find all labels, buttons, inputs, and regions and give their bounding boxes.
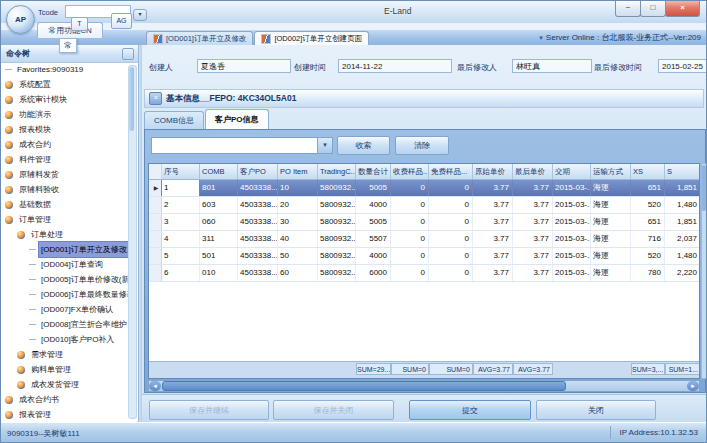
table-cell: 5800932... bbox=[318, 231, 356, 247]
column-header[interactable]: 最后单价 bbox=[513, 164, 553, 179]
close-button[interactable]: × bbox=[665, 1, 700, 17]
table-row[interactable]: ▶18014503338...105800932...5005003.773.7… bbox=[149, 180, 699, 197]
column-header[interactable]: 序号 bbox=[162, 164, 200, 179]
tree-item[interactable]: [OD008]宜兰折合率维护 bbox=[1, 317, 138, 332]
window-controls: − □ × bbox=[616, 1, 700, 17]
t-button[interactable]: T bbox=[71, 17, 88, 31]
quick-access-dropdown-icon[interactable]: ▾ bbox=[133, 9, 147, 21]
row-selector[interactable] bbox=[149, 214, 162, 230]
ag-button[interactable]: AG bbox=[111, 13, 132, 29]
column-header[interactable]: 免费样品... bbox=[429, 164, 473, 179]
creator-field[interactable] bbox=[197, 59, 291, 73]
tree-item[interactable]: 系统审计模块 bbox=[1, 92, 138, 107]
table-cell: 060 bbox=[200, 214, 238, 230]
grid-horizontal-scrollbar[interactable]: ◄ ► bbox=[148, 380, 700, 392]
summary-cell: SUM=0 bbox=[429, 363, 473, 375]
footer-button[interactable]: 保存并关闭 bbox=[273, 400, 394, 420]
row-selector[interactable] bbox=[149, 231, 162, 247]
doc-tab[interactable]: [OD002]订单开立创建页面 bbox=[254, 31, 369, 45]
tree-item[interactable]: [OD007]FX单价确认 bbox=[1, 302, 138, 317]
table-cell: 0 bbox=[391, 197, 429, 213]
tree-node-icon bbox=[5, 96, 13, 104]
clear-button[interactable]: 清除 bbox=[395, 136, 449, 155]
row-selector[interactable] bbox=[149, 197, 162, 213]
table-row[interactable]: 30604503338...305800932...5005003.773.77… bbox=[149, 214, 699, 231]
footer-button[interactable]: 关闭 bbox=[536, 400, 656, 420]
collapse-group-icon[interactable]: ≡ bbox=[149, 92, 162, 105]
tree-item[interactable]: 需求管理 bbox=[1, 347, 138, 362]
filter-combobox[interactable]: ▼ bbox=[151, 137, 333, 154]
tree-item[interactable]: 报表管理 bbox=[1, 407, 138, 422]
tree-item[interactable]: 原辅料验收 bbox=[1, 182, 138, 197]
combo-dropdown-icon[interactable]: ▼ bbox=[317, 138, 332, 153]
tree-item[interactable]: [OD006]订单最终数量修改 bbox=[1, 287, 138, 302]
tree-item-label: 料件管理 bbox=[17, 152, 53, 167]
row-selector[interactable] bbox=[149, 265, 162, 281]
tree-item[interactable]: 订单处理 bbox=[1, 227, 138, 242]
tree-item[interactable]: 基础数据 bbox=[1, 197, 138, 212]
panel-pin-icon[interactable] bbox=[122, 48, 134, 60]
column-header[interactable]: 收费样品... bbox=[391, 164, 429, 179]
tree-item[interactable]: [OD001]订单开立及修改 bbox=[1, 242, 138, 257]
column-header[interactable]: 原始单价 bbox=[473, 164, 513, 179]
scroll-right-icon[interactable]: ► bbox=[687, 381, 699, 391]
footer-button[interactable]: 提交 bbox=[409, 400, 531, 420]
column-header[interactable]: 数量合计 bbox=[356, 164, 391, 179]
tree-item[interactable]: 成衣合约书 bbox=[1, 392, 138, 407]
table-row[interactable]: 60104503338...605800932...6000003.773.77… bbox=[149, 265, 699, 282]
table-cell: 2015-03-... bbox=[553, 214, 591, 230]
column-header[interactable]: 运输方式 bbox=[591, 164, 631, 179]
group-header[interactable]: ≡ 基本信息__FEPO: 4KC34OL5A01 bbox=[144, 89, 704, 108]
column-header[interactable] bbox=[149, 164, 162, 179]
maximize-button[interactable]: □ bbox=[640, 1, 666, 17]
tree-item[interactable]: 原辅料发货 bbox=[1, 167, 138, 182]
table-row[interactable]: 55014503338...505800932...4000003.773.77… bbox=[149, 248, 699, 265]
tree-item[interactable]: [OD004]订单查询 bbox=[1, 257, 138, 272]
column-header[interactable]: 客户PO bbox=[238, 164, 278, 179]
tree-item[interactable]: [OD010]客户PO补入 bbox=[1, 332, 138, 347]
column-header[interactable]: S bbox=[665, 164, 700, 179]
modifier-field[interactable] bbox=[512, 59, 592, 73]
footer-button[interactable]: 保存并继续 bbox=[149, 400, 269, 420]
column-header[interactable]: PO Item bbox=[278, 164, 318, 179]
table-row[interactable]: 43114503338...405800932...5507003.773.77… bbox=[149, 231, 699, 248]
tree-item[interactable]: 报表模块 bbox=[1, 122, 138, 137]
tree-item[interactable]: 系统配置 bbox=[1, 77, 138, 92]
scroll-left-icon[interactable]: ◄ bbox=[149, 381, 161, 391]
row-selector[interactable]: ▶ bbox=[149, 180, 162, 196]
search-button[interactable]: 收索 bbox=[337, 136, 390, 155]
h-scroll-thumb[interactable] bbox=[162, 381, 566, 391]
sidebar-scroll-thumb[interactable] bbox=[129, 67, 134, 131]
tree-item[interactable]: 成衣合约 bbox=[1, 137, 138, 152]
tree-item[interactable]: 订单管理 bbox=[1, 212, 138, 227]
table-cell: 5 bbox=[162, 248, 200, 264]
tree-node-icon bbox=[5, 156, 13, 164]
modified-field[interactable] bbox=[658, 59, 707, 73]
row-selector[interactable] bbox=[149, 248, 162, 264]
main-content: 创建人 创建时间 最后修改人 最后修改时间 ≡ 基本信息__FEPO: 4KC3… bbox=[142, 45, 707, 422]
filter-input[interactable] bbox=[152, 138, 323, 153]
table-row[interactable]: 26034503338...205800932...4000003.773.77… bbox=[149, 197, 699, 214]
tree-item[interactable]: [OD005]订单单价修改(新) bbox=[1, 272, 138, 287]
minimize-button[interactable]: − bbox=[615, 1, 641, 17]
column-header[interactable]: COMB bbox=[200, 164, 238, 179]
grid-vertical-scrollbar[interactable] bbox=[701, 163, 707, 379]
tree-item[interactable]: 成衣发货管理 bbox=[1, 377, 138, 392]
inner-tab[interactable]: 客户PO信息 bbox=[205, 109, 269, 129]
tree-item[interactable]: 功能演示 bbox=[1, 107, 138, 122]
tree-item[interactable]: 购料单管理 bbox=[1, 362, 138, 377]
table-cell: 40 bbox=[278, 231, 318, 247]
grid-body: ▶18014503338...105800932...5005003.773.7… bbox=[149, 180, 699, 282]
inner-tab[interactable]: COMB信息 bbox=[144, 111, 204, 129]
column-header[interactable]: XS bbox=[631, 164, 665, 179]
column-header[interactable]: TradingC... bbox=[318, 164, 356, 179]
doc-tab[interactable]: [OD001]订单开立及修改 bbox=[146, 31, 253, 45]
column-header[interactable]: 交期 bbox=[553, 164, 591, 179]
tree-item[interactable]: Favorites:9090319 bbox=[1, 62, 138, 77]
ribbon-tab-common[interactable]: 常用功能CN bbox=[37, 22, 103, 38]
created-field[interactable] bbox=[338, 59, 452, 73]
tree-item[interactable]: 料件管理 bbox=[1, 152, 138, 167]
sidebar-scrollbar[interactable] bbox=[128, 65, 137, 419]
app-menu-orb[interactable]: AP bbox=[6, 5, 35, 34]
v-scroll-thumb[interactable] bbox=[702, 165, 706, 211]
